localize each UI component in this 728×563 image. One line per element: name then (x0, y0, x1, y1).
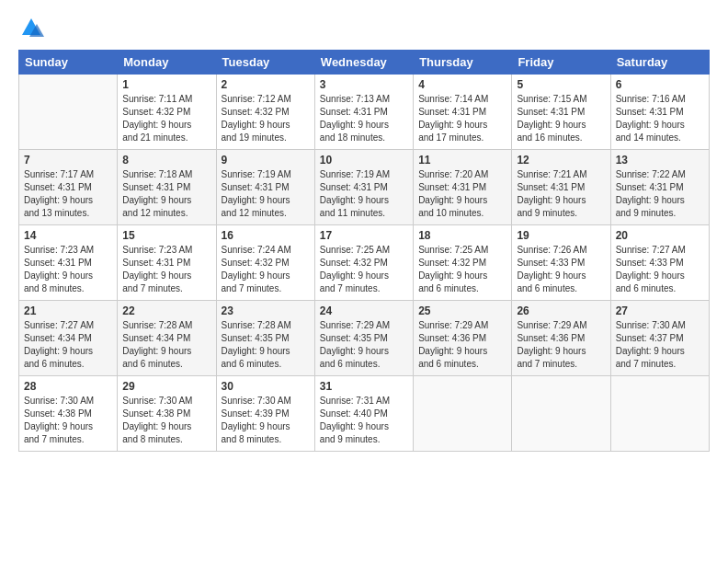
calendar-cell: 31Sunrise: 7:31 AMSunset: 4:40 PMDayligh… (314, 376, 413, 452)
cell-text: Sunrise: 7:15 AMSunset: 4:31 PMDaylight:… (517, 93, 605, 144)
cell-text: Sunrise: 7:29 AMSunset: 4:35 PMDaylight:… (320, 319, 408, 371)
day-header-monday: Monday (118, 51, 216, 75)
day-header-tuesday: Tuesday (216, 51, 314, 75)
calendar-cell: 1Sunrise: 7:11 AMSunset: 4:32 PMDaylight… (118, 75, 216, 150)
day-number: 12 (517, 154, 605, 167)
day-number: 10 (320, 154, 408, 167)
day-header-wednesday: Wednesday (314, 51, 413, 75)
day-number: 15 (122, 229, 210, 242)
day-number: 22 (122, 304, 210, 317)
day-number: 6 (616, 78, 704, 91)
cell-text: Sunrise: 7:30 AMSunset: 4:38 PMDaylight:… (24, 395, 112, 446)
calendar-cell: 29Sunrise: 7:30 AMSunset: 4:38 PMDayligh… (118, 376, 216, 452)
day-number: 20 (616, 229, 704, 242)
day-number: 18 (418, 229, 506, 242)
day-number: 24 (320, 304, 408, 317)
calendar-cell: 27Sunrise: 7:30 AMSunset: 4:37 PMDayligh… (610, 301, 709, 376)
day-number: 5 (517, 78, 605, 91)
day-number: 11 (418, 154, 506, 167)
day-number: 7 (24, 154, 112, 167)
cell-text: Sunrise: 7:18 AMSunset: 4:31 PMDaylight:… (122, 168, 210, 220)
cell-text: Sunrise: 7:27 AMSunset: 4:33 PMDaylight:… (616, 244, 704, 295)
cell-text: Sunrise: 7:29 AMSunset: 4:36 PMDaylight:… (517, 319, 605, 371)
cell-text: Sunrise: 7:20 AMSunset: 4:31 PMDaylight:… (418, 168, 506, 220)
cell-text: Sunrise: 7:19 AMSunset: 4:31 PMDaylight:… (222, 168, 310, 220)
calendar-cell: 24Sunrise: 7:29 AMSunset: 4:35 PMDayligh… (314, 301, 413, 376)
cell-text: Sunrise: 7:21 AMSunset: 4:31 PMDaylight:… (517, 168, 605, 220)
calendar-cell: 30Sunrise: 7:30 AMSunset: 4:39 PMDayligh… (216, 376, 314, 452)
cell-text: Sunrise: 7:22 AMSunset: 4:31 PMDaylight:… (616, 168, 704, 220)
calendar-cell (414, 376, 512, 452)
cell-text: Sunrise: 7:17 AMSunset: 4:31 PMDaylight:… (24, 168, 112, 220)
day-number: 30 (222, 380, 310, 393)
calendar-cell: 20Sunrise: 7:27 AMSunset: 4:33 PMDayligh… (610, 225, 709, 301)
calendar-cell: 22Sunrise: 7:28 AMSunset: 4:34 PMDayligh… (118, 301, 216, 376)
calendar-cell: 14Sunrise: 7:23 AMSunset: 4:31 PMDayligh… (19, 225, 118, 301)
calendar-cell: 6Sunrise: 7:16 AMSunset: 4:31 PMDaylight… (610, 75, 709, 150)
calendar-cell: 5Sunrise: 7:15 AMSunset: 4:31 PMDaylight… (512, 75, 610, 150)
cell-text: Sunrise: 7:24 AMSunset: 4:32 PMDaylight:… (222, 244, 310, 295)
day-number: 23 (222, 304, 310, 317)
day-number: 21 (24, 304, 112, 317)
calendar-cell: 26Sunrise: 7:29 AMSunset: 4:36 PMDayligh… (512, 301, 610, 376)
calendar-cell: 4Sunrise: 7:14 AMSunset: 4:31 PMDaylight… (414, 75, 512, 150)
calendar-cell (610, 376, 709, 452)
day-number: 4 (418, 78, 506, 91)
cell-text: Sunrise: 7:11 AMSunset: 4:32 PMDaylight:… (122, 93, 210, 144)
cell-text: Sunrise: 7:25 AMSunset: 4:32 PMDaylight:… (320, 244, 408, 295)
calendar-cell: 19Sunrise: 7:26 AMSunset: 4:33 PMDayligh… (512, 225, 610, 301)
day-number: 3 (320, 78, 408, 91)
cell-text: Sunrise: 7:27 AMSunset: 4:34 PMDaylight:… (24, 319, 112, 371)
page: SundayMondayTuesdayWednesdayThursdayFrid… (0, 0, 728, 563)
calendar-cell: 15Sunrise: 7:23 AMSunset: 4:31 PMDayligh… (118, 225, 216, 301)
cell-text: Sunrise: 7:30 AMSunset: 4:38 PMDaylight:… (122, 395, 210, 446)
week-row-4: 21Sunrise: 7:27 AMSunset: 4:34 PMDayligh… (19, 301, 710, 376)
cell-text: Sunrise: 7:29 AMSunset: 4:36 PMDaylight:… (418, 319, 506, 371)
cell-text: Sunrise: 7:19 AMSunset: 4:31 PMDaylight:… (320, 168, 408, 220)
logo-icon (18, 15, 44, 40)
cell-text: Sunrise: 7:12 AMSunset: 4:32 PMDaylight:… (222, 93, 310, 144)
calendar-cell: 2Sunrise: 7:12 AMSunset: 4:32 PMDaylight… (216, 75, 314, 150)
calendar-cell: 23Sunrise: 7:28 AMSunset: 4:35 PMDayligh… (216, 301, 314, 376)
day-number: 25 (418, 304, 506, 317)
calendar-cell: 12Sunrise: 7:21 AMSunset: 4:31 PMDayligh… (512, 150, 610, 225)
calendar-cell: 7Sunrise: 7:17 AMSunset: 4:31 PMDaylight… (19, 150, 118, 225)
calendar-cell: 11Sunrise: 7:20 AMSunset: 4:31 PMDayligh… (414, 150, 512, 225)
calendar-cell: 16Sunrise: 7:24 AMSunset: 4:32 PMDayligh… (216, 225, 314, 301)
days-header-row: SundayMondayTuesdayWednesdayThursdayFrid… (19, 51, 710, 75)
day-number: 29 (122, 380, 210, 393)
day-number: 8 (122, 154, 210, 167)
day-number: 27 (616, 304, 704, 317)
cell-text: Sunrise: 7:23 AMSunset: 4:31 PMDaylight:… (24, 244, 112, 295)
day-number: 1 (122, 78, 210, 91)
week-row-3: 14Sunrise: 7:23 AMSunset: 4:31 PMDayligh… (19, 225, 710, 301)
calendar-cell: 3Sunrise: 7:13 AMSunset: 4:31 PMDaylight… (314, 75, 413, 150)
cell-text: Sunrise: 7:16 AMSunset: 4:31 PMDaylight:… (616, 93, 704, 144)
cell-text: Sunrise: 7:28 AMSunset: 4:35 PMDaylight:… (222, 319, 310, 371)
week-row-1: 1Sunrise: 7:11 AMSunset: 4:32 PMDaylight… (19, 75, 710, 150)
calendar-cell: 8Sunrise: 7:18 AMSunset: 4:31 PMDaylight… (118, 150, 216, 225)
day-number: 31 (320, 380, 408, 393)
day-number: 16 (222, 229, 310, 242)
week-row-2: 7Sunrise: 7:17 AMSunset: 4:31 PMDaylight… (19, 150, 710, 225)
calendar-cell: 28Sunrise: 7:30 AMSunset: 4:38 PMDayligh… (19, 376, 118, 452)
calendar-cell: 10Sunrise: 7:19 AMSunset: 4:31 PMDayligh… (314, 150, 413, 225)
calendar-cell: 17Sunrise: 7:25 AMSunset: 4:32 PMDayligh… (314, 225, 413, 301)
day-number: 28 (24, 380, 112, 393)
calendar-cell: 18Sunrise: 7:25 AMSunset: 4:32 PMDayligh… (414, 225, 512, 301)
day-header-saturday: Saturday (610, 51, 709, 75)
cell-text: Sunrise: 7:30 AMSunset: 4:39 PMDaylight:… (222, 395, 310, 446)
calendar-cell: 21Sunrise: 7:27 AMSunset: 4:34 PMDayligh… (19, 301, 118, 376)
header (18, 15, 710, 40)
cell-text: Sunrise: 7:14 AMSunset: 4:31 PMDaylight:… (418, 93, 506, 144)
cell-text: Sunrise: 7:28 AMSunset: 4:34 PMDaylight:… (122, 319, 210, 371)
day-number: 19 (517, 229, 605, 242)
day-number: 13 (616, 154, 704, 167)
day-header-friday: Friday (512, 51, 610, 75)
day-header-sunday: Sunday (19, 51, 118, 75)
cell-text: Sunrise: 7:31 AMSunset: 4:40 PMDaylight:… (320, 395, 408, 446)
calendar-cell (512, 376, 610, 452)
day-header-thursday: Thursday (414, 51, 512, 75)
day-number: 9 (222, 154, 310, 167)
week-row-5: 28Sunrise: 7:30 AMSunset: 4:38 PMDayligh… (19, 376, 710, 452)
